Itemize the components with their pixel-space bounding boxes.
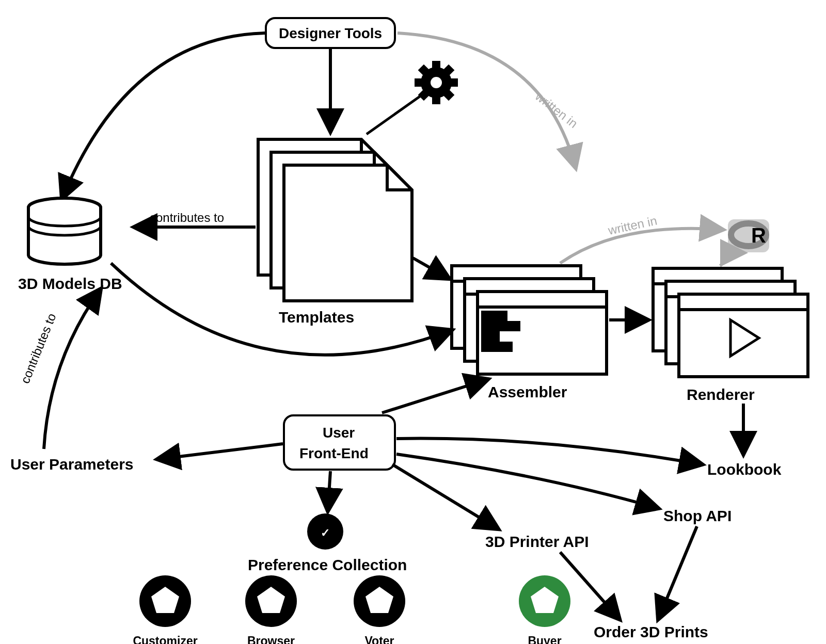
svg-rect-19 <box>483 333 498 340</box>
user-browser: Browser <box>245 575 297 644</box>
designer-tools-label: Designer Tools <box>279 25 382 41</box>
models-db-label: 3D Models DB <box>18 275 122 292</box>
database-icon <box>28 198 101 264</box>
user-frontend-label-2: Front-End <box>299 445 369 461</box>
svg-point-9 <box>431 77 442 88</box>
user-params-label: User Parameters <box>10 456 134 473</box>
relation-written-in-1: written in <box>532 89 580 131</box>
order-label: Order 3D Prints <box>594 623 708 640</box>
user-buyer: Buyer <box>519 575 570 644</box>
assembler-label: Assembler <box>488 383 567 400</box>
printer-api-label: 3D Printer API <box>485 533 589 550</box>
shop-api-label: Shop API <box>663 507 732 524</box>
templates-node: Templates <box>258 139 412 326</box>
r-letter: R <box>751 224 766 247</box>
r-language-badge: R <box>728 219 769 252</box>
user-label-2: Browser <box>247 634 295 644</box>
pref-collection-label: Preference Collection <box>248 556 407 573</box>
assembler-node: Assembler <box>452 266 607 400</box>
document-stack-icon <box>258 139 412 301</box>
pref-collection-node: ✓ Preference Collection <box>248 513 407 573</box>
user-frontend-label-1: User <box>323 425 355 441</box>
renderer-node: Renderer <box>653 268 808 403</box>
svg-rect-18 <box>483 323 519 330</box>
models-db-node: 3D Models DB <box>18 198 122 292</box>
users-row: Customizer Browser Voter Buyer <box>133 575 570 644</box>
user-label-1: Customizer <box>133 634 197 644</box>
svg-text:✓: ✓ <box>321 526 330 539</box>
svg-rect-20 <box>483 343 511 350</box>
relation-contributes-2: contributes to <box>18 311 59 385</box>
user-frontend-pill <box>284 415 395 470</box>
user-customizer: Customizer <box>133 575 197 644</box>
user-voter: Voter <box>354 575 405 644</box>
renderer-label: Renderer <box>687 386 755 403</box>
user-label-4: Buyer <box>528 634 561 644</box>
templates-label: Templates <box>279 309 354 326</box>
lookbook-label: Lookbook <box>707 461 782 478</box>
checkmark-icon: ✓ <box>307 513 343 550</box>
window-stack-icon <box>452 266 607 374</box>
user-label-3: Voter <box>364 634 394 644</box>
svg-rect-17 <box>483 312 506 319</box>
gear-icon <box>415 61 458 104</box>
window-play-stack-icon <box>653 268 808 377</box>
relation-contributes-1: contributes to <box>150 211 224 224</box>
architecture-diagram: Designer Tools written in <box>0 0 826 644</box>
